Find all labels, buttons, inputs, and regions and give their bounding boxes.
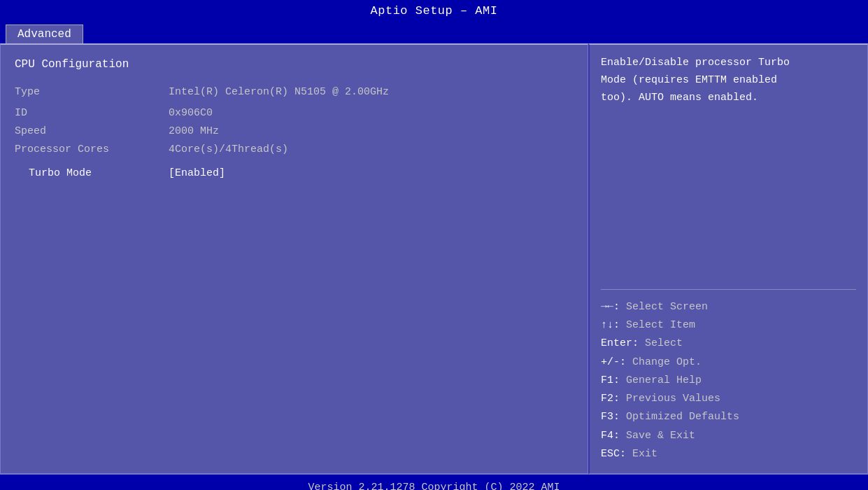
shortcut-key: →←: [601, 301, 620, 313]
value-processor-cores: 4Core(s)/4Thread(s) [169, 141, 288, 158]
divider [601, 289, 856, 290]
shortcut-row: Enter: Select [601, 335, 856, 353]
config-table: Type Intel(R) Celeron(R) N5105 @ 2.00GHz… [15, 84, 574, 182]
shortcut-desc: Select Item [620, 319, 695, 331]
help-text: Enable/Disable processor TurboMode (requ… [601, 55, 856, 281]
shortcuts: →←: Select Screen ↑↓: Select Item Enter:… [601, 298, 856, 463]
shortcut-desc: Change Opt. [626, 356, 702, 368]
left-panel: CPU Configuration Type Intel(R) Celeron(… [0, 43, 588, 474]
help-text-content: Enable/Disable processor TurboMode (requ… [601, 57, 790, 104]
table-row-turbo[interactable]: Turbo Mode [Enabled] [15, 165, 574, 182]
shortcut-row: ESC: Exit [601, 445, 856, 463]
right-panel: Enable/Disable processor TurboMode (requ… [588, 43, 868, 474]
shortcut-desc: Select Screen [620, 301, 708, 313]
shortcut-desc: Optimized Defaults [620, 411, 739, 423]
value-turbo-mode: [Enabled] [169, 165, 225, 182]
label-id: ID [15, 105, 169, 122]
value-type: Intel(R) Celeron(R) N5105 @ 2.00GHz [169, 84, 389, 101]
title-text: Aptio Setup – AMI [371, 4, 498, 18]
table-row: Speed 2000 MHz [15, 123, 574, 140]
shortcut-desc: Save & Exit [620, 430, 695, 442]
label-turbo-mode: Turbo Mode [15, 165, 169, 182]
main-content: CPU Configuration Type Intel(R) Celeron(… [0, 43, 868, 474]
shortcut-row: →←: Select Screen [601, 298, 856, 316]
shortcut-key: F4: [601, 430, 620, 442]
shortcut-key: F1: [601, 374, 620, 386]
table-row: ID 0x906C0 [15, 105, 574, 122]
value-type-line1: Intel(R) Celeron(R) [169, 86, 288, 98]
tab-bar: Advanced [0, 22, 868, 43]
footer: Version 2.21.1278 Copyright (C) 2022 AMI [0, 474, 868, 490]
footer-text: Version 2.21.1278 Copyright (C) 2022 AMI [308, 482, 560, 490]
shortcut-row: F2: Previous Values [601, 390, 856, 408]
value-type-line2: N5105 @ 2.00GHz [294, 86, 389, 98]
tab-advanced[interactable]: Advanced [6, 24, 83, 43]
shortcut-key: F2: [601, 393, 620, 405]
shortcut-row: F4: Save & Exit [601, 427, 856, 445]
shortcut-desc: General Help [620, 374, 702, 386]
value-id: 0x906C0 [169, 105, 213, 122]
shortcut-key: ↑↓: [601, 319, 620, 331]
shortcut-key: Enter: [601, 337, 639, 349]
shortcut-row: ↑↓: Select Item [601, 316, 856, 335]
shortcut-desc: Previous Values [620, 393, 720, 405]
value-speed: 2000 MHz [169, 123, 219, 140]
shortcut-key: F3: [601, 411, 620, 423]
table-row: Processor Cores 4Core(s)/4Thread(s) [15, 141, 574, 158]
shortcut-row: F1: General Help [601, 372, 856, 390]
shortcut-row: +/-: Change Opt. [601, 354, 856, 372]
shortcut-key: +/-: [601, 356, 626, 368]
shortcut-desc: Select [639, 337, 683, 349]
section-title: CPU Configuration [15, 56, 574, 74]
shortcut-key: ESC: [601, 448, 626, 460]
tab-advanced-label: Advanced [17, 28, 71, 41]
label-type: Type [15, 84, 169, 101]
shortcut-row: F3: Optimized Defaults [601, 408, 856, 426]
label-speed: Speed [15, 123, 169, 140]
label-processor-cores: Processor Cores [15, 141, 169, 158]
table-row: Type Intel(R) Celeron(R) N5105 @ 2.00GHz [15, 84, 574, 101]
shortcut-desc: Exit [626, 448, 657, 460]
title-bar: Aptio Setup – AMI [0, 0, 868, 22]
